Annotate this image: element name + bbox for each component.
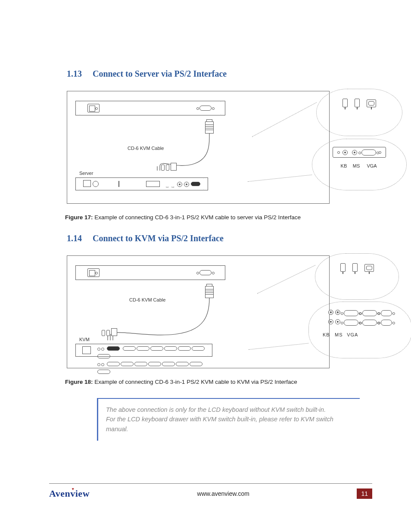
server-port-panel — [333, 147, 386, 158]
kb-label: KB — [338, 163, 349, 168]
brand-text: Avenview — [49, 488, 90, 499]
section-title: Connect to Server via PS/2 Interface — [93, 69, 227, 78]
note-line-1: The above connection is only for the LCD… — [106, 405, 355, 414]
ms-label: MS — [351, 163, 362, 168]
cable-vga-connector — [205, 286, 214, 298]
cable-label: CD-6 KVM Cable — [129, 297, 165, 302]
ps2-plug-icon — [352, 263, 358, 272]
callout-connectors — [315, 253, 399, 300]
section-heading-114: 1.14 Connect to KVM via PS/2 Interface — [67, 233, 361, 243]
vga-label: VGA — [363, 163, 380, 168]
cable-path-icon — [102, 297, 218, 340]
ps2-plug-icon — [340, 263, 346, 272]
figure-17-diagram: CD-6 KVM Cable Server ▭ ▭ — [67, 91, 330, 204]
note-callout: The above connection is only for the LCD… — [97, 398, 360, 441]
ps2-plug-icon — [355, 99, 360, 107]
brand-logo: Avenview ▾ — [49, 488, 90, 499]
document-page: 1.13 Connect to Server via PS/2 Interfac… — [0, 0, 411, 532]
cable-fanout — [161, 163, 177, 171]
callout-ports: KB MS VGA — [312, 139, 407, 190]
cable-fanout — [102, 328, 117, 336]
kvm-label: KVM — [79, 337, 90, 342]
lcd-drawer-unit — [79, 265, 221, 280]
figure-18-caption: Figure 18: Example of connecting CD-6 3-… — [65, 379, 361, 385]
lcd-drawer-unit — [79, 101, 221, 115]
figure-caption-text: Example of connecting CD-6 3-in-1 PS/2 K… — [94, 214, 301, 221]
vga-label: VGA — [347, 332, 361, 337]
server-label: Server — [79, 171, 93, 176]
ps2-port-icon — [352, 150, 357, 155]
note-line-2: For the LCD keyboard drawer with KVM swi… — [106, 414, 355, 434]
lcd-icon — [87, 268, 100, 277]
figure-caption-text: Example of connecting CD-6 3-in-1 PS/2 K… — [94, 379, 297, 385]
section-number: 1.14 — [67, 233, 90, 243]
vga-plug-icon — [364, 264, 374, 272]
cable-label: CD-6 KVM Cable — [128, 146, 164, 151]
kb-label: KB — [323, 332, 333, 337]
server-unit: ▭ ▭ — [79, 177, 204, 190]
callout-connectors — [316, 89, 402, 136]
footer-url: www.avenview.com — [197, 490, 249, 497]
ps2-port-icon — [342, 150, 348, 155]
section-number: 1.13 — [67, 69, 90, 79]
figure-label: Figure 17: — [65, 214, 93, 221]
vga-port-icon — [361, 149, 376, 156]
section-heading-113: 1.13 Connect to Server via PS/2 Interfac… — [67, 69, 361, 79]
page-number: 11 — [357, 488, 372, 499]
ps2-plug-icon — [342, 99, 348, 107]
vga-plug-icon — [367, 100, 376, 107]
ms-label: MS — [335, 332, 345, 337]
section-title: Connect to KVM via PS/2 Interface — [93, 233, 224, 243]
callout-kvm-ports: KB MS VGA — [308, 302, 411, 358]
vga-port-icon — [199, 106, 212, 111]
vga-port-icon — [199, 270, 212, 275]
cable-vga-connector — [205, 121, 214, 134]
figure-label: Figure 18: — [65, 379, 93, 385]
page-footer: Avenview ▾ www.avenview.com 11 — [49, 483, 372, 499]
kvm-unit — [79, 344, 209, 357]
figure-17-caption: Figure 17: Example of connecting CD-6 3-… — [65, 214, 361, 221]
kvm-port-panel — [328, 309, 392, 326]
lcd-icon — [87, 104, 100, 112]
brand-dot-icon: ▾ — [72, 487, 75, 491]
figure-18-diagram: CD-6 KVM Cable KVM — [67, 255, 330, 368]
